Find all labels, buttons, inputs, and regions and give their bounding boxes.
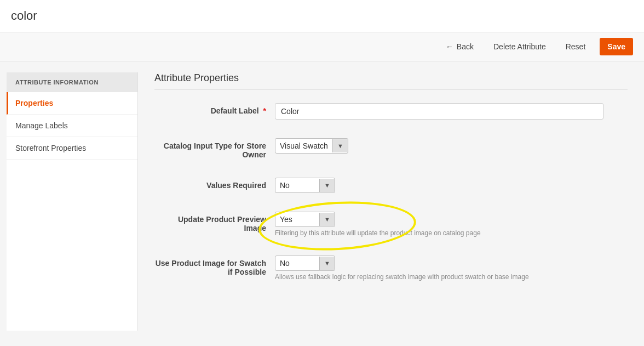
update-product-preview-hint: Filtering by this attribute will update … <box>275 229 628 237</box>
select-wrapper-catalog: Visual Swatch Text Swatch Dropdown ▼ <box>275 138 348 154</box>
form-row-values-required: Values Required No Yes ▼ <box>154 173 628 197</box>
select-wrapper-update: Yes No ▼ <box>275 212 335 227</box>
delete-attribute-button[interactable]: Delete Attribute <box>488 39 551 54</box>
save-label: Save <box>607 42 625 51</box>
page-title: color <box>11 9 633 23</box>
label-catalog-input-type: Catalog Input Type for Store Owner <box>154 138 275 159</box>
value-default-label <box>275 103 628 120</box>
values-required-select[interactable]: No Yes <box>275 178 319 192</box>
form-row-default-label: Default Label * <box>154 99 628 124</box>
highlight-circle: Yes No ▼ <box>275 212 335 227</box>
save-button[interactable]: Save <box>600 38 633 55</box>
label-use-product-image: Use Product Image for Swatch if Possible <box>154 256 275 276</box>
value-use-product-image: No Yes ▼ Allows use fallback logic for r… <box>275 256 628 281</box>
page-header: color <box>0 0 644 32</box>
sidebar-item-manage-labels[interactable]: Manage Labels <box>7 115 137 137</box>
use-product-image-select[interactable]: No Yes <box>275 256 319 270</box>
select-wrapper-values: No Yes ▼ <box>275 178 335 193</box>
form-row-update-product-preview: Update Product Preview Image Yes No ▼ Fi… <box>154 207 628 241</box>
delete-label: Delete Attribute <box>493 42 546 51</box>
section-title: Attribute Properties <box>154 72 628 90</box>
form-row-catalog-input-type: Catalog Input Type for Store Owner Visua… <box>154 134 628 163</box>
toolbar: ← Back Delete Attribute Reset Save <box>0 32 644 61</box>
sidebar-item-properties-label: Properties <box>15 99 53 107</box>
value-catalog-input-type: Visual Swatch Text Swatch Dropdown ▼ <box>275 138 628 154</box>
catalog-input-type-select[interactable]: Visual Swatch Text Swatch Dropdown <box>275 139 332 153</box>
update-product-preview-select[interactable]: Yes No <box>275 212 319 226</box>
label-update-product-preview: Update Product Preview Image <box>154 212 275 232</box>
back-label: Back <box>457 42 474 51</box>
main-layout: ATTRIBUTE INFORMATION Properties Manage … <box>0 61 644 342</box>
update-product-preview-arrow: ▼ <box>319 213 335 226</box>
required-star: * <box>263 106 266 115</box>
back-button[interactable]: ← Back <box>440 39 479 54</box>
form-row-use-product-image: Use Product Image for Swatch if Possible… <box>154 251 628 285</box>
sidebar-item-storefront-properties[interactable]: Storefront Properties <box>7 137 137 160</box>
value-values-required: No Yes ▼ <box>275 178 628 193</box>
sidebar: ATTRIBUTE INFORMATION Properties Manage … <box>7 72 138 331</box>
sidebar-item-manage-labels-label: Manage Labels <box>15 121 68 130</box>
use-product-image-arrow: ▼ <box>319 257 335 270</box>
reset-button[interactable]: Reset <box>560 39 591 54</box>
label-values-required: Values Required <box>154 178 275 190</box>
sidebar-item-properties[interactable]: Properties <box>7 92 137 115</box>
sidebar-item-storefront-properties-label: Storefront Properties <box>15 144 86 152</box>
catalog-input-type-arrow: ▼ <box>332 139 348 152</box>
reset-label: Reset <box>566 42 586 51</box>
sidebar-header: ATTRIBUTE INFORMATION <box>7 72 137 92</box>
default-label-input[interactable] <box>275 103 603 120</box>
values-required-arrow: ▼ <box>319 179 335 192</box>
use-product-image-hint: Allows use fallback logic for replacing … <box>275 273 628 281</box>
label-default-label: Default Label * <box>154 103 275 115</box>
value-update-product-preview: Yes No ▼ Filtering by this attribute wil… <box>275 212 628 237</box>
select-wrapper-use-product: No Yes ▼ <box>275 256 335 271</box>
back-arrow-icon: ← <box>446 42 453 51</box>
content-area: Attribute Properties Default Label * Cat… <box>138 61 644 342</box>
